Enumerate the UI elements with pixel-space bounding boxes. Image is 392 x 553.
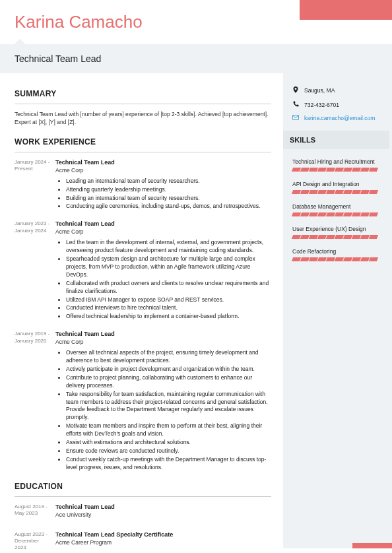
title-bar: Technical Team Lead xyxy=(0,44,392,73)
education-body: Technical Team LeadAce University xyxy=(55,504,271,522)
skill-segment xyxy=(369,190,378,194)
divider xyxy=(15,152,271,152)
job-bullet: Led the team in the development of inter… xyxy=(66,239,271,255)
job-entry: January 2019 - January 2020Technical Tea… xyxy=(15,331,271,472)
main-column: SUMMARY Technical Team Lead with [number… xyxy=(0,73,283,553)
job-company: Acme Corp xyxy=(55,228,271,235)
education-entry: August 2023 - December 2023Technical Tea… xyxy=(15,531,271,552)
location-pin-icon xyxy=(292,86,299,94)
skill-item: Technical Hiring and Recruitment xyxy=(292,158,380,172)
skill-bar xyxy=(292,212,380,216)
job-title-heading: Technical Team Lead xyxy=(15,53,377,64)
skill-segment xyxy=(369,168,378,172)
job-bullet: Assist with estimations and architectura… xyxy=(66,439,271,447)
job-bullet: Motivate team members and inspire them t… xyxy=(66,422,271,438)
skill-item: API Design and Integration xyxy=(292,181,380,194)
skill-bar xyxy=(292,168,380,172)
contact-phone: 732-432-6701 xyxy=(292,101,380,108)
job-company: Acme Corp xyxy=(55,167,271,174)
job-bullet: Spearheaded system design and architectu… xyxy=(66,255,271,279)
job-dates: January 2024 - Present xyxy=(15,159,55,212)
summary-heading: SUMMARY xyxy=(15,89,271,98)
job-dates: January 2019 - January 2020 xyxy=(15,331,55,472)
job-bullet: Utilized IBM API Manager to expose SOAP … xyxy=(66,296,271,304)
skill-item: Database Management xyxy=(292,203,380,216)
job-entry: January 2023 - January 2024Technical Tea… xyxy=(15,220,271,321)
skill-bar xyxy=(292,190,380,194)
job-body: Technical Team LeadAcme CorpOversee all … xyxy=(55,331,271,472)
education-body: Technical Team Lead Specialty Certificat… xyxy=(55,531,271,552)
phone-text: 732-432-6701 xyxy=(304,102,339,108)
education-entry: August 2019 - May 2023Technical Team Lea… xyxy=(15,504,271,522)
skill-item: Code Refactoring xyxy=(292,248,380,261)
job-bullets: Led the team in the development of inter… xyxy=(55,239,271,321)
skills-heading: SKILLS xyxy=(283,131,389,149)
header-accent-block xyxy=(300,0,392,20)
skill-bar xyxy=(292,257,380,261)
contact-location: Saugus, MA xyxy=(292,86,380,94)
job-title: Technical Team Lead xyxy=(55,220,271,227)
job-bullet: Conduct weekly catch-up meetings with th… xyxy=(66,456,271,472)
email-text[interactable]: karina.camacho@email.com xyxy=(304,115,375,121)
job-bullets: Leading an international team of securit… xyxy=(55,178,271,211)
job-body: Technical Team LeadAcme CorpLed the team… xyxy=(55,220,271,321)
email-icon xyxy=(292,115,299,121)
skill-segment xyxy=(369,235,378,239)
skill-name: Code Refactoring xyxy=(292,248,380,255)
skill-item: User Experience (UX) Design xyxy=(292,226,380,239)
job-bullet: Offered technical leadership to implemen… xyxy=(66,313,271,321)
work-heading: WORK EXPERIENCE xyxy=(15,137,271,146)
sidebar-accent xyxy=(352,543,392,548)
job-bullet: Oversee all technical aspects of the pro… xyxy=(66,349,271,365)
job-bullet: Collaborated with product owners and cli… xyxy=(66,280,271,296)
education-dates: August 2019 - May 2023 xyxy=(15,504,55,522)
job-entry: January 2024 - PresentTechnical Team Lea… xyxy=(15,159,271,212)
skill-name: API Design and Integration xyxy=(292,181,380,187)
job-bullets: Oversee all technical aspects of the pro… xyxy=(55,349,271,471)
education-dates: August 2023 - December 2023 xyxy=(15,531,55,552)
skill-name: User Experience (UX) Design xyxy=(292,226,380,232)
job-title: Technical Team Lead xyxy=(55,331,271,337)
job-bullet: Leading an international team of securit… xyxy=(66,178,271,185)
job-bullet: Conducting agile ceremonies, including s… xyxy=(66,203,271,211)
job-bullet: Take responsibility for team satisfactio… xyxy=(66,391,271,422)
location-text: Saugus, MA xyxy=(304,87,335,94)
divider xyxy=(15,104,271,104)
skill-segment xyxy=(369,257,378,261)
job-bullet: Conducted interviews to hire technical t… xyxy=(66,304,271,312)
job-bullet: Attending quarterly leadership meetings. xyxy=(66,186,271,194)
education-heading: EDUCATION xyxy=(15,482,271,491)
job-title: Technical Team Lead xyxy=(55,159,271,166)
summary-text: Technical Team Lead with [number of year… xyxy=(15,111,271,127)
job-body: Technical Team LeadAcme CorpLeading an i… xyxy=(55,159,271,212)
sidebar: Saugus, MA 732-432-6701 karina.camacho@e… xyxy=(283,73,392,548)
education-title: Technical Team Lead xyxy=(55,504,271,510)
job-company: Acme Corp xyxy=(55,339,271,345)
skill-bar xyxy=(292,235,380,239)
job-bullet: Ensure code reviews are conducted routin… xyxy=(66,447,271,455)
job-dates: January 2023 - January 2024 xyxy=(15,220,55,321)
contact-email: karina.camacho@email.com xyxy=(292,115,380,121)
education-school: Ace University xyxy=(55,511,271,518)
education-title: Technical Team Lead Specialty Certificat… xyxy=(55,531,271,538)
divider xyxy=(15,496,271,497)
job-bullet: Actively participate in project developm… xyxy=(66,366,271,374)
skill-name: Technical Hiring and Recruitment xyxy=(292,158,380,165)
skill-segment xyxy=(369,212,378,216)
job-bullet: Contribute to project planning, collabor… xyxy=(66,374,271,390)
phone-icon xyxy=(292,101,299,108)
education-school: Acme Career Program xyxy=(55,539,271,546)
job-bullet: Building an international team of securi… xyxy=(66,195,271,203)
skill-name: Database Management xyxy=(292,203,380,210)
